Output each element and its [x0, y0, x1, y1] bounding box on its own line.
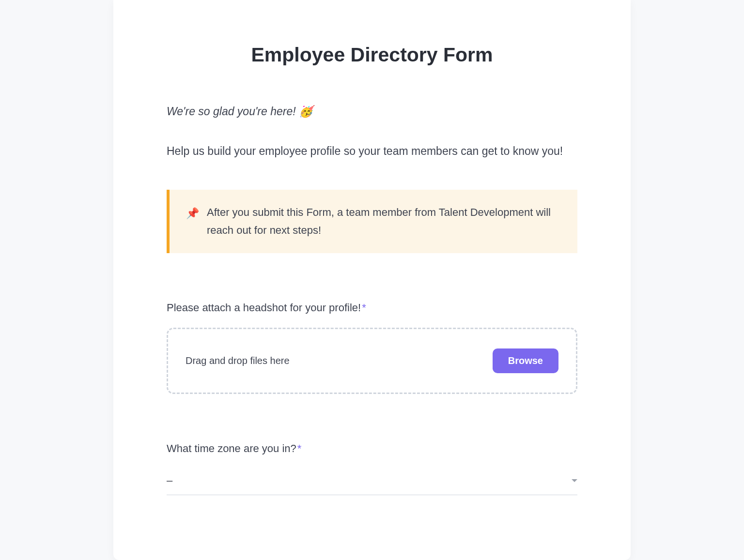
timezone-label-text: What time zone are you in?: [167, 442, 296, 454]
file-dropzone[interactable]: Drag and drop files here Browse: [167, 328, 577, 394]
dropzone-text: Drag and drop files here: [186, 355, 290, 366]
form-title: Employee Directory Form: [167, 44, 577, 66]
required-marker: *: [297, 442, 302, 454]
form-card: Employee Directory Form We're so glad yo…: [113, 0, 631, 560]
required-marker: *: [362, 302, 366, 314]
headshot-label: Please attach a headshot for your profil…: [167, 302, 577, 314]
timezone-field: What time zone are you in?* –: [167, 442, 577, 495]
timezone-select[interactable]: –: [167, 474, 577, 495]
headshot-label-text: Please attach a headshot for your profil…: [167, 302, 361, 314]
notice-banner: 📌 After you submit this Form, a team mem…: [167, 190, 577, 253]
intro-welcome: We're so glad you're here! 🥳: [167, 105, 577, 118]
chevron-down-icon: [572, 479, 577, 482]
notice-text: After you submit this Form, a team membe…: [207, 203, 561, 240]
headshot-field: Please attach a headshot for your profil…: [167, 302, 577, 394]
pushpin-icon: 📌: [186, 203, 199, 222]
browse-button[interactable]: Browse: [493, 348, 558, 373]
timezone-select-value: –: [167, 474, 172, 487]
intro-description: Help us build your employee profile so y…: [167, 142, 577, 161]
timezone-label: What time zone are you in?*: [167, 442, 577, 455]
